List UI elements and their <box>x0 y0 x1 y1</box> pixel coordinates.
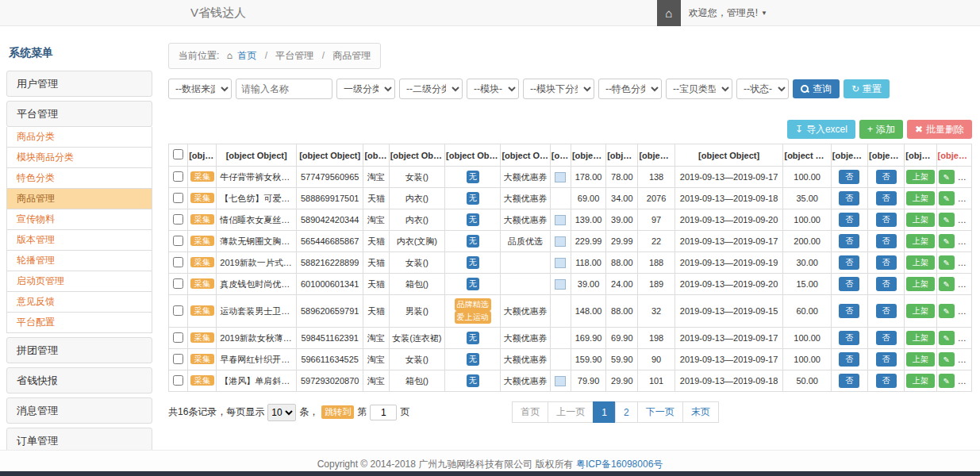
row-checkbox[interactable] <box>173 332 183 343</box>
breadcrumb-home-link[interactable]: 首页 <box>237 50 256 61</box>
import-select-toggle[interactable]: 否 <box>839 191 859 205</box>
edit-button[interactable]: ✎ <box>939 255 955 270</box>
delete-button[interactable]: ✖ <box>959 277 972 291</box>
status-button[interactable]: 上架 <box>906 234 935 248</box>
delete-button[interactable]: ✖ <box>959 234 972 248</box>
status-button[interactable]: 上架 <box>906 170 935 184</box>
user-menu[interactable]: 欢迎您，管理员! ▼ <box>681 6 775 20</box>
must-buy-toggle[interactable]: 否 <box>876 331 897 345</box>
sidebar-item[interactable]: 平台管理 <box>6 101 152 127</box>
sidebar-item[interactable]: 省钱快报 <box>6 367 152 393</box>
home-button[interactable]: ⌂ <box>657 0 681 26</box>
delete-button[interactable]: ✖ <box>959 331 972 345</box>
page-button[interactable]: 1 <box>593 401 616 423</box>
status-button[interactable]: 上架 <box>906 352 935 367</box>
import-select-toggle[interactable]: 否 <box>839 304 859 318</box>
row-checkbox[interactable] <box>173 375 183 386</box>
sidebar-item[interactable]: 消息管理 <box>6 397 152 424</box>
sidebar-item[interactable]: 意见反馈 <box>6 292 152 313</box>
module-subcategory-select[interactable]: --模块下分类-- <box>523 79 594 99</box>
select-all-checkbox[interactable] <box>173 149 183 159</box>
import-select-toggle[interactable]: 否 <box>839 213 859 227</box>
must-buy-toggle[interactable]: 否 <box>876 191 897 205</box>
must-buy-toggle[interactable]: 否 <box>876 374 897 388</box>
import-select-toggle[interactable]: 否 <box>839 170 859 184</box>
must-buy-toggle[interactable]: 否 <box>876 234 897 248</box>
name-search-input[interactable] <box>236 79 332 99</box>
must-buy-toggle[interactable]: 否 <box>876 277 897 291</box>
edit-button[interactable]: ✎ <box>939 331 955 345</box>
feature-category-select[interactable]: --特色分类-- <box>598 79 662 99</box>
status-button[interactable]: 上架 <box>906 331 935 345</box>
import-select-toggle[interactable]: 否 <box>839 331 859 345</box>
import-select-toggle[interactable]: 否 <box>839 352 859 367</box>
must-buy-toggle[interactable]: 否 <box>876 352 897 367</box>
must-buy-toggle[interactable]: 否 <box>876 213 897 227</box>
page-button[interactable]: 下一页 <box>637 401 683 423</box>
status-button[interactable]: 上架 <box>906 255 935 270</box>
edit-button[interactable]: ✎ <box>939 191 955 205</box>
sidebar-item[interactable]: 轮播管理 <box>6 251 152 271</box>
edit-button[interactable]: ✎ <box>939 352 955 367</box>
status-button[interactable]: 上架 <box>906 213 935 227</box>
must-buy-toggle[interactable]: 否 <box>876 255 897 270</box>
edit-button[interactable]: ✎ <box>939 374 955 388</box>
page-button[interactable]: 2 <box>615 401 638 423</box>
import-select-toggle[interactable]: 否 <box>839 277 859 291</box>
sidebar-item[interactable]: 模块商品分类 <box>6 148 152 168</box>
import-select-toggle[interactable]: 否 <box>839 234 859 248</box>
reset-button[interactable]: ↻ 重置 <box>844 79 890 98</box>
row-checkbox[interactable] <box>173 305 183 316</box>
sidebar-item[interactable]: 宣传物料 <box>6 209 152 230</box>
must-buy-toggle[interactable]: 否 <box>876 170 897 184</box>
import-select-toggle[interactable]: 否 <box>839 374 859 388</box>
sidebar-item[interactable]: 启动页管理 <box>6 271 152 292</box>
edit-button[interactable]: ✎ <box>939 213 955 227</box>
icp-link[interactable]: 粤ICP备16098006号 <box>576 459 663 470</box>
page-number-input[interactable] <box>370 405 397 420</box>
delete-button[interactable]: ✖ <box>959 255 972 270</box>
delete-button[interactable]: ✖ <box>959 191 972 205</box>
edit-button[interactable]: ✎ <box>939 234 955 248</box>
delete-button[interactable]: ✖ <box>959 170 972 184</box>
delete-button[interactable]: ✖ <box>959 374 972 388</box>
sidebar-item[interactable]: 用户管理 <box>6 71 152 97</box>
row-checkbox[interactable] <box>173 171 183 182</box>
sidebar-item[interactable]: 拼团管理 <box>6 337 152 363</box>
module-select[interactable]: --模块-- <box>467 79 519 99</box>
status-select[interactable]: --状态-- <box>736 79 789 99</box>
row-checkbox[interactable] <box>173 193 183 203</box>
row-checkbox[interactable] <box>173 214 183 225</box>
sidebar-item[interactable]: 版本管理 <box>6 230 152 251</box>
level2-category-select[interactable]: --二级分类-- <box>399 79 463 99</box>
import-select-toggle[interactable]: 否 <box>839 255 859 270</box>
page-button[interactable]: 末页 <box>682 401 719 423</box>
status-button[interactable]: 上架 <box>906 304 935 318</box>
import-excel-button[interactable]: ↧ 导入excel <box>787 120 855 139</box>
row-checkbox[interactable] <box>173 257 183 267</box>
row-checkbox[interactable] <box>173 236 183 246</box>
status-button[interactable]: 上架 <box>906 374 935 388</box>
per-page-select[interactable]: 10 <box>267 404 296 421</box>
level1-category-select[interactable]: 一级分类 <box>336 79 395 99</box>
row-checkbox[interactable] <box>173 278 183 289</box>
status-button[interactable]: 上架 <box>906 277 935 291</box>
item-type-select[interactable]: --宝贝类型-- <box>666 79 732 99</box>
delete-button[interactable]: ✖ <box>959 304 972 318</box>
delete-button[interactable]: ✖ <box>959 352 972 367</box>
must-buy-toggle[interactable]: 否 <box>876 304 897 318</box>
row-checkbox[interactable] <box>173 354 183 364</box>
sidebar-item[interactable]: 商品管理 <box>6 189 152 209</box>
page-button[interactable]: 首页 <box>512 401 548 423</box>
search-button[interactable]: 查询 <box>793 79 840 98</box>
data-source-select[interactable]: --数据来源-- <box>168 79 232 99</box>
sidebar-item[interactable]: 特色分类 <box>6 168 152 189</box>
batch-delete-button[interactable]: ✖ 批量删除 <box>907 120 972 139</box>
edit-button[interactable]: ✎ <box>939 277 955 291</box>
delete-button[interactable]: ✖ <box>959 213 972 227</box>
page-button[interactable]: 上一页 <box>548 401 594 423</box>
sidebar-item[interactable]: 平台配置 <box>6 313 152 333</box>
status-button[interactable]: 上架 <box>906 191 935 205</box>
edit-button[interactable]: ✎ <box>939 170 955 184</box>
add-button[interactable]: + 添加 <box>859 120 903 139</box>
